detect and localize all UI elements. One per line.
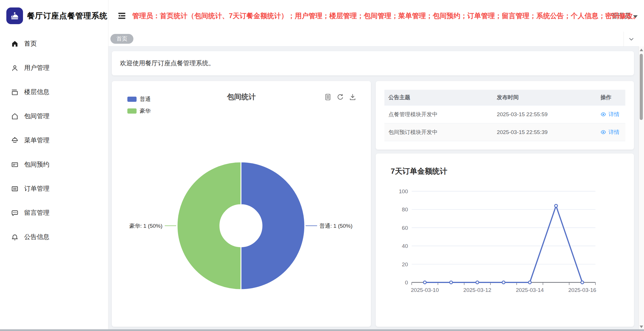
legend-item-普通[interactable]: 普通	[127, 95, 151, 103]
legend-label: 豪华	[140, 107, 151, 115]
scroll-up-arrow-icon[interactable]	[640, 49, 643, 51]
fold-menu-icon[interactable]	[117, 11, 126, 21]
announcements-card: 公告主题 发布时间 操作 点餐管理模块开发中 2025-03-15 22:55:…	[376, 81, 634, 150]
home-icon	[11, 40, 19, 48]
tab-bar: 首页	[108, 32, 644, 47]
line-series	[425, 206, 582, 282]
x-axis-label: 2025-03-16	[568, 287, 596, 293]
legend-swatch	[127, 108, 137, 114]
y-axis-label: 80	[402, 206, 408, 213]
sidebar: 餐厅订座点餐管理系统 首页 用户管理 楼层信息 包间管理 菜单管理 包间预约 订…	[0, 0, 108, 331]
orders-line-chart: 0204060801002025-03-102025-03-122025-03-…	[376, 154, 634, 327]
col-publish-time: 发布时间	[493, 90, 596, 106]
sidebar-item-7[interactable]: 订单管理	[0, 177, 108, 201]
sidebar-item-label: 包间预约	[24, 160, 49, 169]
data-point-marker	[555, 204, 557, 207]
pie-slice-豪华[interactable]	[177, 162, 241, 290]
bell-icon	[11, 233, 19, 241]
announcement-time: 2025-03-15 22:55:39	[493, 123, 596, 141]
floor-icon	[11, 88, 19, 96]
data-point-marker	[581, 281, 584, 284]
sidebar-item-label: 包间管理	[24, 112, 49, 120]
room-stats-card: 普通 豪华 包间统计 普通: 1 (50%)豪华: 1 (50%)	[112, 81, 371, 327]
welcome-text: 欢迎使用餐厅订座点餐管理系统。	[112, 59, 215, 68]
eye-icon	[600, 129, 606, 135]
table-header-row: 公告主题 发布时间 操作	[384, 90, 625, 106]
sidebar-item-label: 用户管理	[24, 64, 49, 72]
sidebar-item-label: 楼层信息	[24, 88, 49, 96]
sidebar-item-label: 公告信息	[24, 233, 49, 241]
x-axis-label: 2025-03-14	[516, 287, 544, 293]
data-point-marker	[502, 281, 505, 284]
y-axis-label: 20	[402, 261, 408, 267]
col-actions: 操作	[596, 90, 625, 106]
detail-label: 详情	[608, 129, 619, 136]
announcement-row: 点餐管理模块开发中 2025-03-15 22:55:59 详情	[384, 106, 625, 123]
sidebar-item-1[interactable]: 首页	[0, 32, 108, 56]
pie-slice-label: 普通: 1 (50%)	[319, 223, 352, 229]
data-view-icon[interactable]	[324, 93, 332, 101]
app-logo-area: 餐厅订座点餐管理系统	[0, 0, 108, 32]
app-logo-cloche-icon	[6, 7, 23, 24]
welcome-card: 欢迎使用餐厅订座点餐管理系统。	[112, 51, 634, 75]
topbar: 管理员 管理员：首页统计（包间统计、7天订餐金额统计）；用户管理；楼层管理；包间…	[108, 0, 644, 32]
notice-marquee: 管理员：首页统计（包间统计、7天订餐金额统计）；用户管理；楼层管理；包间管理；菜…	[132, 0, 639, 32]
app-title: 餐厅订座点餐管理系统	[27, 11, 108, 21]
download-icon[interactable]	[349, 93, 356, 101]
chevron-down-icon	[628, 36, 635, 43]
chart-toolbox	[324, 93, 356, 101]
y-axis-label: 100	[399, 188, 408, 194]
col-subject: 公告主题	[384, 90, 493, 106]
legend-item-豪华[interactable]: 豪华	[127, 107, 151, 115]
pie-legend: 普通 豪华	[127, 95, 151, 115]
vertical-scrollbar[interactable]	[639, 46, 644, 329]
orders-chart-card: 7天订单金额统计 0204060801002025-03-102025-03-1…	[376, 154, 634, 327]
horizontal-scrollbar[interactable]	[0, 329, 644, 331]
sidebar-item-label: 留言管理	[24, 208, 49, 217]
detail-label: 详情	[608, 111, 619, 118]
sidebar-item-4[interactable]: 包间管理	[0, 104, 108, 128]
sidebar-item-9[interactable]: 公告信息	[0, 225, 108, 249]
sidebar-item-6[interactable]: 包间预约	[0, 152, 108, 177]
data-point-marker	[476, 281, 479, 284]
scroll-down-arrow-icon[interactable]	[640, 326, 643, 328]
sidebar-item-label: 首页	[24, 39, 37, 48]
data-point-marker	[528, 281, 531, 284]
detail-link[interactable]: 详情	[600, 129, 619, 136]
announcement-subject: 包间预订模块开发中	[384, 123, 493, 141]
message-icon	[11, 209, 19, 217]
detail-link[interactable]: 详情	[600, 111, 619, 118]
y-axis-label: 0	[405, 280, 408, 286]
user-icon	[11, 64, 19, 72]
tab-home[interactable]: 首页	[110, 34, 133, 44]
data-point-marker	[450, 281, 453, 284]
caret-down-icon	[633, 15, 638, 18]
order-icon	[11, 185, 19, 193]
menu-food-icon	[11, 136, 19, 144]
scrollbar-thumb[interactable]	[640, 54, 643, 120]
sidebar-item-3[interactable]: 楼层信息	[0, 80, 108, 104]
pie-slice-普通[interactable]	[241, 162, 305, 290]
sidebar-menu: 首页 用户管理 楼层信息 包间管理 菜单管理 包间预约 订单管理 留言管理 公告…	[0, 32, 108, 249]
reservation-icon	[11, 160, 19, 169]
legend-label: 普通	[140, 95, 151, 103]
announcements-table: 公告主题 发布时间 操作 点餐管理模块开发中 2025-03-15 22:55:…	[384, 90, 625, 141]
eye-icon	[600, 111, 606, 118]
user-dropdown[interactable]: 管理员	[611, 0, 638, 32]
sidebar-item-label: 菜单管理	[24, 136, 49, 145]
sidebar-item-2[interactable]: 用户管理	[0, 56, 108, 80]
sidebar-item-8[interactable]: 留言管理	[0, 201, 108, 225]
legend-swatch	[127, 97, 137, 102]
pie-slice-label: 豪华: 1 (50%)	[129, 223, 162, 229]
data-point-marker	[423, 281, 426, 284]
y-axis-label: 60	[402, 225, 408, 231]
refresh-icon[interactable]	[336, 93, 344, 101]
room-icon	[11, 112, 19, 120]
y-axis-label: 40	[402, 243, 408, 249]
sidebar-item-5[interactable]: 菜单管理	[0, 128, 108, 152]
tab-actions-dropdown[interactable]	[624, 32, 639, 46]
x-axis-label: 2025-03-12	[463, 287, 491, 293]
app-window: 餐厅订座点餐管理系统 首页 用户管理 楼层信息 包间管理 菜单管理 包间预约 订…	[0, 0, 644, 331]
user-name: 管理员	[611, 12, 631, 20]
sidebar-item-label: 订单管理	[24, 184, 49, 193]
